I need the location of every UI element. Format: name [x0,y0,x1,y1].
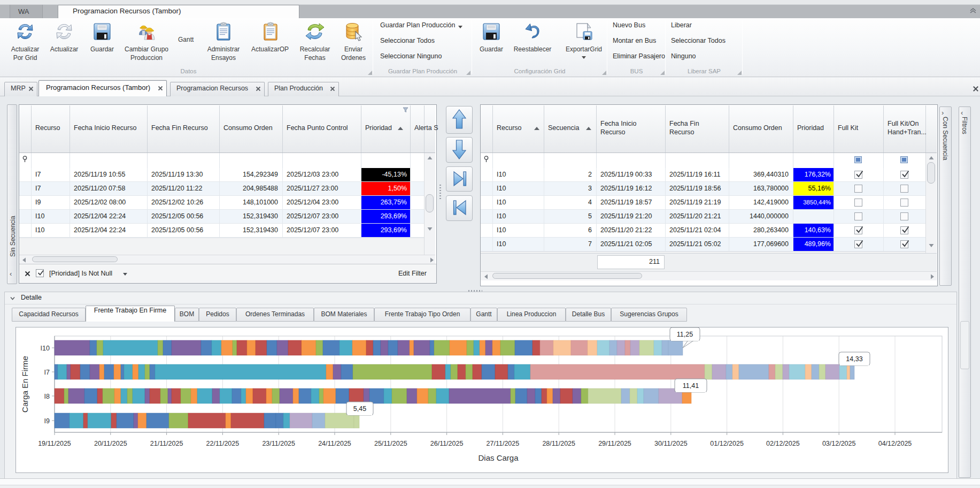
svg-text:24/11/2025: 24/11/2025 [318,440,351,447]
svg-text:23/11/2025: 23/11/2025 [262,440,295,447]
svg-text:30/11/2025: 30/11/2025 [654,440,688,447]
svg-text:01/12/2025: 01/12/2025 [710,440,744,447]
svg-text:02/12/2025: 02/12/2025 [766,440,800,447]
svg-text:14,33: 14,33 [846,355,862,363]
svg-text:29/11/2025: 29/11/2025 [598,440,631,447]
svg-text:27/11/2025: 27/11/2025 [487,440,520,447]
svg-text:03/12/2025: 03/12/2025 [822,440,856,447]
svg-text:28/11/2025: 28/11/2025 [542,440,575,447]
svg-text:22/11/2025: 22/11/2025 [206,440,240,447]
svg-text:04/12/2025: 04/12/2025 [878,440,912,447]
svg-text:I10: I10 [41,345,50,352]
svg-text:I9: I9 [44,417,50,425]
svg-text:I8: I8 [44,393,50,400]
svg-text:26/11/2025: 26/11/2025 [430,440,464,447]
svg-text:21/11/2025: 21/11/2025 [150,440,183,447]
svg-text:Dias Carga: Dias Carga [478,453,519,462]
svg-text:19/11/2025: 19/11/2025 [38,440,71,447]
svg-text:20/11/2025: 20/11/2025 [94,440,127,447]
svg-text:11,41: 11,41 [683,382,699,390]
svg-text:I7: I7 [44,369,50,376]
svg-text:11,25: 11,25 [677,331,693,338]
svg-text:Carga En Firme: Carga En Firme [20,356,29,413]
svg-text:5,45: 5,45 [353,405,366,413]
svg-text:25/11/2025: 25/11/2025 [374,440,407,447]
